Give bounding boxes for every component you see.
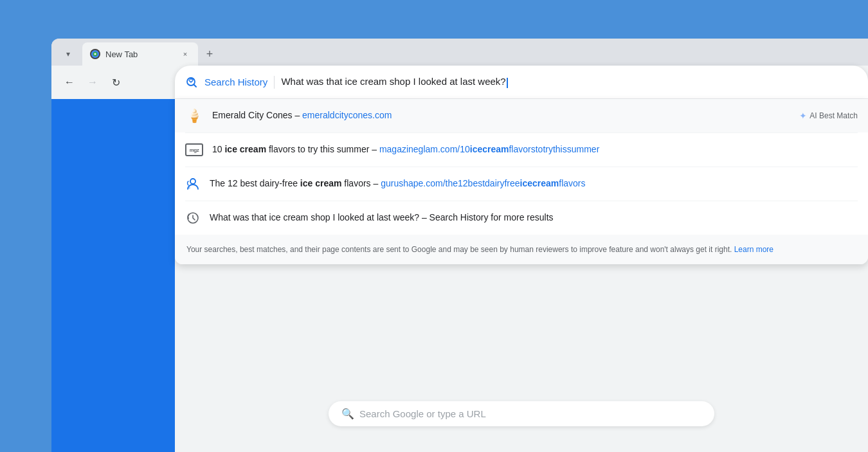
- forward-icon: →: [87, 77, 98, 88]
- result-search-history[interactable]: What was that ice cream shop I looked at…: [175, 201, 868, 235]
- search-hint-text: Search Google or type a URL: [359, 408, 486, 419]
- chrome-favicon: [90, 49, 100, 59]
- reload-icon: ↻: [112, 77, 120, 89]
- svg-line-3: [194, 84, 197, 87]
- result-text-guru: The 12 best dairy-free ice cream flavors…: [210, 177, 858, 190]
- result-text-emerald: Emerald City Cones – emeraldcitycones.co…: [212, 109, 790, 122]
- dropdown-footer: Your searches, best matches, and their p…: [175, 235, 868, 264]
- search-history-label: Search History: [204, 77, 267, 87]
- reload-button[interactable]: ↻: [105, 72, 126, 93]
- result-guru[interactable]: The 12 best dairy-free ice cream flavors…: [175, 167, 868, 201]
- omnibox-divider: [274, 76, 275, 89]
- clock-history-icon: [185, 210, 201, 226]
- back-icon: ←: [64, 77, 75, 88]
- new-tab-button[interactable]: +: [201, 45, 219, 63]
- result-url-emerald: emeraldcitycones.com: [302, 110, 392, 120]
- tab-bar: ▾ New Tab × +: [51, 39, 868, 66]
- omnibox-dropdown: 🍦 Emerald City Cones – emeraldcitycones.…: [175, 99, 868, 264]
- result-magazine[interactable]: mgz 10 ice cream flavors to try this sum…: [175, 133, 868, 167]
- tab-list-button[interactable]: ▾: [57, 45, 80, 63]
- text-cursor: [507, 78, 508, 88]
- tab-close-button[interactable]: ×: [180, 49, 190, 59]
- learn-more-link[interactable]: Learn more: [734, 245, 773, 254]
- svg-point-4: [190, 179, 195, 184]
- omnibox-query[interactable]: What was that ice cream shop I looked at…: [281, 76, 858, 87]
- star-icon: ✦: [799, 111, 807, 121]
- ice-cream-icon: 🍦: [185, 107, 203, 125]
- result-text-history: What was that ice cream shop I looked at…: [210, 212, 858, 224]
- svg-point-5: [188, 186, 190, 189]
- search-icon: 🔍: [341, 408, 354, 420]
- sidebar: [51, 99, 175, 452]
- new-tab-search-bar[interactable]: 🔍 Search Google or type a URL: [329, 401, 714, 426]
- search-history-mode-icon: [185, 76, 198, 89]
- chevron-down-icon: ▾: [66, 50, 70, 59]
- omnibox[interactable]: Search History What was that ice cream s…: [175, 66, 868, 99]
- ai-best-match-badge: ✦ AI Best Match: [799, 111, 858, 121]
- mgz-icon: mgz: [185, 143, 203, 156]
- back-button[interactable]: ←: [59, 72, 80, 93]
- tab-new-tab[interactable]: New Tab ×: [82, 42, 198, 66]
- result-emerald-city[interactable]: 🍦 Emerald City Cones – emeraldcitycones.…: [175, 99, 868, 132]
- result-text-magazine: 10 ice cream flavors to try this summer …: [212, 143, 858, 156]
- guru-shape-icon: [185, 176, 201, 192]
- omnibox-container: Search History What was that ice cream s…: [175, 66, 868, 264]
- forward-button[interactable]: →: [82, 72, 103, 93]
- tab-title: New Tab: [105, 50, 175, 59]
